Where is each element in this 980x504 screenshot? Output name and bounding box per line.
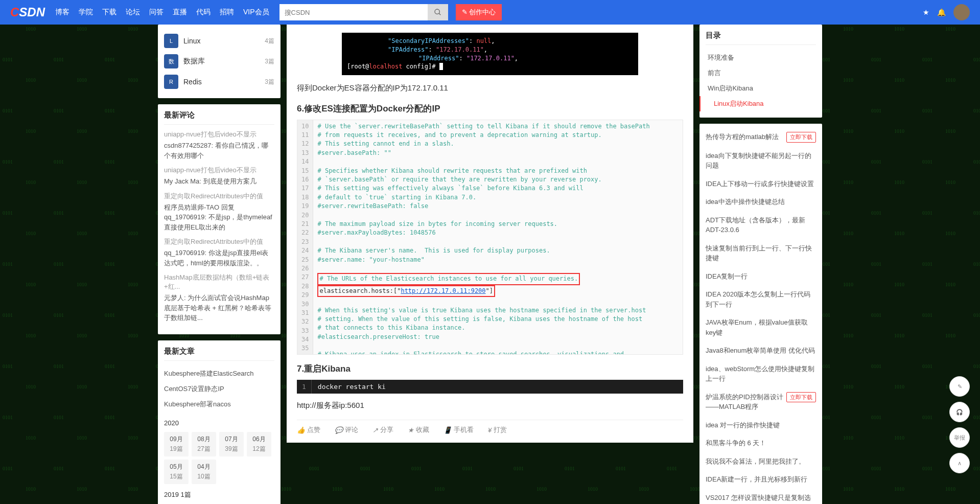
nav-link[interactable]: VIP会员 <box>243 8 269 17</box>
avatar[interactable] <box>953 4 970 20</box>
category-card: LLinux4篇数数据库3篇RRedis3篇 <box>158 25 281 98</box>
recommendation-item[interactable]: 热传导方程的matlab解法立即下载 <box>706 128 816 147</box>
top-nav: CCSDNSDN 博客学院下载论坛问答直播代码招聘VIP会员 ✎ 创作中心 ★ … <box>0 0 980 25</box>
heading-7: 7.重启Kibana <box>297 363 683 375</box>
month-box[interactable]: 06月12篇 <box>247 432 271 456</box>
archive-2019[interactable]: 2019 1篇 <box>164 488 274 501</box>
month-box[interactable]: 09月19篇 <box>164 432 189 456</box>
bell-icon[interactable]: 🔔 <box>937 8 946 16</box>
download-button[interactable]: 立即下载 <box>786 392 816 403</box>
star-icon[interactable]: ★ <box>923 8 929 16</box>
edit-float-button[interactable]: ✎ <box>949 376 970 397</box>
paragraph: http://服务器ip:5601 <box>297 399 683 412</box>
comment-item[interactable]: uniapp-nvue打包后video不显示csdn877425287: 看你自… <box>164 130 274 161</box>
download-button[interactable]: 立即下载 <box>786 132 816 143</box>
float-buttons: ✎ 🎧 举报 ∧ <box>949 376 970 473</box>
nav-link[interactable]: 招聘 <box>220 8 234 17</box>
comments-title: 最新评论 <box>164 110 274 125</box>
toc-item[interactable]: Linux启动Kibana <box>699 96 816 111</box>
category-item[interactable]: RRedis3篇 <box>164 72 274 92</box>
recommendation-item[interactable]: 快速复制当前行到上一行、下一行快捷键 <box>706 239 816 267</box>
article-item[interactable]: Kubesphere搭建ElasticSearch <box>164 366 274 381</box>
logo[interactable]: CCSDNSDN <box>10 5 45 19</box>
category-item[interactable]: 数数据库3篇 <box>164 51 274 72</box>
comment-title: 重定向取RedirectAttributes中的值 <box>164 237 274 246</box>
recommendation-item[interactable]: ADT下载地址（含各版本），最新ADT-23.0.6 <box>706 211 816 239</box>
nav-link[interactable]: 代码 <box>196 8 211 17</box>
comment-title: HashMap底层数据结构（数组+链表+红... <box>164 273 274 291</box>
action-打赏[interactable]: ¥ 打赏 <box>488 425 507 434</box>
recommendation-item[interactable]: 我说我不会算法，阿里把我挂了。 <box>706 452 816 471</box>
category-name: Redis <box>183 78 202 86</box>
category-count: 4篇 <box>265 37 274 45</box>
comment-item[interactable]: 重定向取RedirectAttributes中的值qq_19706919: 你这… <box>164 237 274 268</box>
toc-card: 目录 环境准备前言Win启动KibanaLinux启动Kibana <box>699 25 822 118</box>
recommendations-card: 热传导方程的matlab解法立即下载idea向下复制快捷键不能另起一行的问题ID… <box>699 124 822 504</box>
article-content: "SecondaryIPAddresses": null, "IPAddress… <box>287 25 693 443</box>
recommendation-item[interactable]: 和黑客斗争的 6 天！ <box>706 434 816 452</box>
nav-link[interactable]: 论坛 <box>126 8 140 17</box>
comment-item[interactable]: 重定向取RedirectAttributes中的值程序员劝退师-TAO 回复 q… <box>164 192 274 233</box>
top-float-button[interactable]: ∧ <box>949 453 970 473</box>
articles-card: 最新文章 Kubesphere搭建ElasticSearchCentOS7设置静… <box>158 340 281 505</box>
comment-body: 元梦人: 为什么面试官会说HashMap底层基于哈希表 + 红黑树？哈希表等于数… <box>164 293 274 323</box>
action-手机看[interactable]: 📱 手机看 <box>444 425 474 434</box>
month-box[interactable]: 05月15篇 <box>164 460 189 484</box>
nav-link[interactable]: 博客 <box>55 8 69 17</box>
category-icon: R <box>164 75 178 89</box>
comment-title: uniapp-nvue打包后video不显示 <box>164 130 274 139</box>
nav-link[interactable]: 下载 <box>102 8 116 17</box>
toc-item[interactable]: Win启动Kibana <box>706 81 816 96</box>
article-item[interactable]: Kubesphere部署nacos <box>164 397 274 412</box>
create-button[interactable]: ✎ 创作中心 <box>456 4 502 20</box>
category-count: 3篇 <box>265 78 274 86</box>
nav-links: 博客学院下载论坛问答直播代码招聘VIP会员 <box>55 8 269 17</box>
comment-item[interactable]: HashMap底层数据结构（数组+链表+红...元梦人: 为什么面试官会说Has… <box>164 273 274 323</box>
month-box[interactable]: 07月39篇 <box>219 432 244 456</box>
svg-line-1 <box>439 13 440 15</box>
comment-title: uniapp-nvue打包后video不显示 <box>164 166 274 175</box>
article-item[interactable]: CentOS7设置静态IP <box>164 381 274 397</box>
month-box[interactable]: 08月27篇 <box>192 432 216 456</box>
headset-float-button[interactable]: 🎧 <box>949 402 970 422</box>
report-float-button[interactable]: 举报 <box>949 427 970 448</box>
action-分享[interactable]: ↗ 分享 <box>372 425 393 434</box>
nav-link[interactable]: 学院 <box>79 8 93 17</box>
recommendation-item[interactable]: 炉温系统的PID控制器设计——MATLAB程序立即下载 <box>706 388 816 416</box>
recommendation-item[interactable]: idea中选中操作快捷键总结 <box>706 193 816 211</box>
month-box[interactable]: 04月10篇 <box>192 460 216 484</box>
comment-item[interactable]: uniapp-nvue打包后video不显示My Jack Ma: 到底是使用方… <box>164 166 274 187</box>
terminal-output: "SecondaryIPAddresses": null, "IPAddress… <box>342 33 638 75</box>
nav-link[interactable]: 直播 <box>173 8 187 17</box>
recommendation-item[interactable]: idea向下复制快捷键不能另起一行的问题 <box>706 147 816 175</box>
action-评论[interactable]: 💬 评论 <box>335 425 358 434</box>
recommendation-item[interactable]: JAVA枚举Enum，根据value值获取key键 <box>706 313 816 341</box>
action-收藏[interactable]: ★ 收藏 <box>408 425 429 434</box>
recommendation-item[interactable]: IDEA复制一行 <box>706 267 816 286</box>
archive-year[interactable]: 2020 <box>164 417 274 429</box>
svg-point-0 <box>435 9 439 14</box>
recommendation-item[interactable]: IDEA新建一行，并且光标移到新行 <box>706 470 816 489</box>
recommendation-item[interactable]: VS2017 怎样设置快捷键只是复制选中的单词，而不是一整行？ <box>706 489 816 505</box>
category-count: 3篇 <box>265 57 274 66</box>
toc-item[interactable]: 前言 <box>706 65 816 81</box>
comments-card: 最新评论 uniapp-nvue打包后video不显示csdn877425287… <box>158 104 281 334</box>
recommendation-item[interactable]: idea 对一行的操作快捷键 <box>706 416 816 434</box>
category-name: Linux <box>183 37 200 45</box>
recommendation-item[interactable]: IDEA 2020版本怎么复制上一行代码到下一行 <box>706 285 816 313</box>
nav-link[interactable]: 问答 <box>149 8 164 17</box>
recommendation-item[interactable]: Java8和enum枚举简单使用 优化代码 <box>706 341 816 360</box>
command-block: 1 docker restart ki <box>297 380 683 394</box>
comment-title: 重定向取RedirectAttributes中的值 <box>164 192 274 201</box>
action-点赞[interactable]: 👍 点赞 <box>297 425 320 434</box>
articles-title: 最新文章 <box>164 347 274 361</box>
search-input[interactable] <box>279 4 428 20</box>
recommendation-item[interactable]: idea、webStorm怎么使用快捷键复制上一行 <box>706 360 816 388</box>
search-button[interactable] <box>428 4 448 20</box>
comment-body: My Jack Ma: 到底是使用方案几 <box>164 176 274 187</box>
toc-item[interactable]: 环境准备 <box>706 50 816 65</box>
recommendation-item[interactable]: IDEA上下移动一行或多行快捷键设置 <box>706 175 816 193</box>
comment-body: 程序员劝退师-TAO 回复 qq_19706919: 不是jsp，是thymel… <box>164 202 274 233</box>
category-icon: 数 <box>164 54 178 68</box>
category-item[interactable]: LLinux4篇 <box>164 31 274 51</box>
